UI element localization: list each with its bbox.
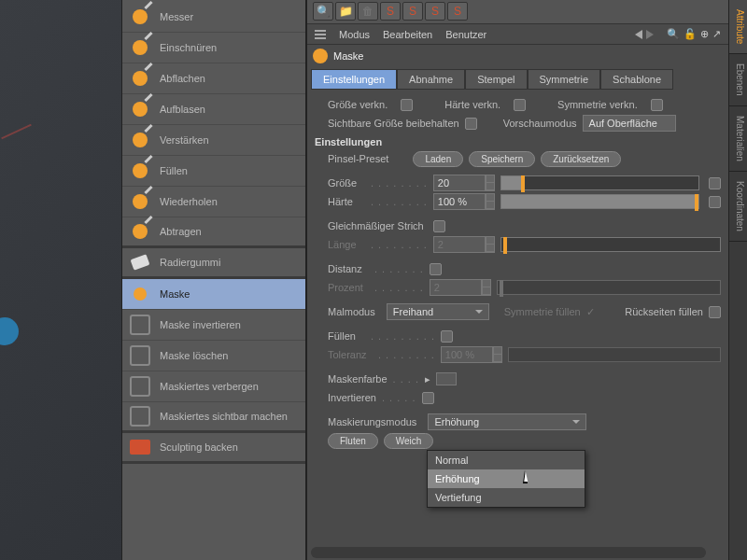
btn-speichern[interactable]: Speichern	[469, 151, 535, 167]
input-haerte[interactable]	[433, 193, 486, 210]
target-icon[interactable]: ⊕	[700, 28, 709, 40]
tool-maske[interactable]: Maske	[122, 279, 305, 310]
label-maskenfarbe: Maskenfarbe	[328, 373, 388, 385]
mask-hide-icon	[130, 376, 150, 397]
toolbar-btn-s2[interactable]: S	[402, 2, 423, 21]
chk-haerte-end[interactable]	[709, 196, 721, 208]
chk-groesse-end[interactable]	[709, 177, 721, 189]
chk-invertieren[interactable]	[422, 392, 434, 404]
tab-einstellungen[interactable]: Einstellungen	[311, 69, 397, 90]
toolbar-btn-s3[interactable]: S	[425, 2, 445, 21]
slider-toleranz	[508, 347, 721, 362]
dropdown-item-normal[interactable]: Normal	[428, 451, 585, 469]
slider-groesse[interactable]	[500, 175, 699, 190]
tool-fuellen[interactable]: Füllen	[122, 156, 305, 187]
select-malmodus[interactable]: Freihand	[387, 303, 489, 320]
tool-label: Maske löschen	[160, 350, 228, 361]
nav-modus[interactable]: Modus	[339, 29, 370, 40]
dropdown-maskmode: Normal Erhöhung Vertiefung	[427, 450, 585, 508]
tool-label: Maske invertieren	[160, 319, 241, 330]
select-preview-mode[interactable]: Auf Oberfläche	[583, 115, 676, 132]
tool-maske-invertieren[interactable]: Maske invertieren	[122, 310, 305, 341]
label-invertieren: Invertieren	[328, 392, 376, 403]
chk-symmetry-link[interactable]	[651, 99, 663, 111]
toolbar-btn-s1[interactable]: S	[380, 2, 401, 21]
tool-sculpting-backen[interactable]: Sculpting backen	[122, 433, 305, 464]
toolbar-btn-s4[interactable]: S	[447, 2, 468, 21]
side-tab-koordinaten[interactable]: Koordinaten	[729, 172, 747, 242]
chk-distanz[interactable]	[430, 263, 442, 275]
toolbar-btn-folder[interactable]: 📁	[335, 2, 356, 21]
attribute-toolbar: 🔍 📁 🗑 S S S S	[307, 0, 728, 24]
spinner-haerte[interactable]	[486, 193, 495, 210]
brush-icon	[133, 133, 148, 147]
tool-einschnueren[interactable]: Einschnüren	[122, 33, 305, 63]
tab-symmetrie[interactable]: Symmetrie	[528, 69, 601, 90]
side-tab-materialien[interactable]: Materialien	[729, 106, 747, 172]
btn-laden[interactable]: Laden	[413, 151, 463, 167]
scrollbar-horizontal[interactable]	[311, 547, 706, 558]
tab-schablone[interactable]: Schablone	[600, 69, 673, 90]
slider-laenge[interactable]	[500, 237, 721, 252]
side-tab-ebenen[interactable]: Ebenen	[729, 54, 747, 105]
chk-fuellen[interactable]	[441, 330, 453, 343]
tool-label: Füllen	[160, 165, 188, 176]
tool-wiederholen[interactable]: Wiederholen	[122, 187, 305, 217]
history-fwd-icon[interactable]	[646, 30, 654, 39]
search-icon[interactable]: 🔍	[667, 28, 680, 40]
chk-visible-size[interactable]	[465, 118, 477, 130]
chk-size-link[interactable]	[401, 99, 413, 111]
spinner-laenge[interactable]	[486, 236, 495, 253]
tool-messer[interactable]: Messer	[122, 2, 305, 33]
tab-abnahme[interactable]: Abnahme	[397, 69, 465, 90]
tool-verstaerken[interactable]: Verstärken	[122, 125, 305, 156]
color-maskenfarbe[interactable]	[436, 372, 457, 385]
toolbar-btn-trash[interactable]: 🗑	[358, 2, 378, 21]
chk-steady[interactable]	[433, 220, 445, 232]
btn-zuruecksetzen[interactable]: Zurücksetzen	[541, 151, 621, 167]
toolbar-btn-add[interactable]: 🔍	[313, 2, 333, 21]
dropdown-item-vertiefung[interactable]: Vertiefung	[428, 488, 585, 507]
spinner-groesse[interactable]	[486, 175, 495, 191]
chk-hardness-link[interactable]	[514, 99, 526, 111]
settings-panel: Größe verkn. Härte verkn. Symmetrie verk…	[307, 91, 728, 454]
tool-maskiertes-verbergen[interactable]: Maskiertes verbergen	[122, 371, 305, 402]
tool-aufblasen[interactable]: Aufblasen	[122, 94, 305, 125]
dropdown-item-erhoehung[interactable]: Erhöhung	[428, 469, 585, 488]
label-hardness-link: Härte verkn.	[444, 99, 500, 110]
side-tab-attribute[interactable]: Attribute	[729, 0, 747, 54]
tool-maskiertes-sichtbar[interactable]: Maskiertes sichtbar machen	[122, 402, 305, 433]
tab-stempel[interactable]: Stempel	[465, 69, 527, 90]
tool-maske-loeschen[interactable]: Maske löschen	[122, 341, 305, 371]
lock-icon[interactable]: 🔓	[684, 28, 697, 40]
brush-icon	[133, 40, 148, 55]
nav-bearbeiten[interactable]: Bearbeiten	[383, 29, 432, 40]
new-window-icon[interactable]: ↗	[712, 28, 721, 40]
history-back-icon[interactable]	[635, 30, 642, 39]
tool-abtragen[interactable]: Abtragen	[122, 217, 305, 248]
nav-benutzer[interactable]: Benutzer	[445, 29, 486, 40]
label-preset: Pinsel-Preset	[328, 153, 388, 164]
eraser-icon	[130, 254, 149, 270]
input-groesse[interactable]	[433, 175, 486, 191]
label-distanz: Distanz	[328, 263, 369, 274]
select-maskmode[interactable]: Erhöhung	[428, 413, 586, 430]
attribute-tabs: Einstellungen Abnahme Stempel Symmetrie …	[307, 67, 728, 91]
arrow-right-icon[interactable]: ▸	[425, 373, 430, 385]
tool-label: Messer	[160, 11, 193, 22]
sculpt-tool-palette: Messer Einschnüren Abflachen Aufblasen V…	[121, 0, 306, 560]
btn-weich[interactable]: Weich	[384, 433, 434, 449]
slider-haerte[interactable]	[500, 194, 699, 209]
tool-label: Wiederholen	[160, 196, 218, 207]
mask-icon	[134, 287, 147, 301]
btn-fluten[interactable]: Fluten	[328, 433, 378, 449]
viewport-3d[interactable]	[0, 0, 121, 560]
spinner-toleranz	[493, 346, 502, 363]
chk-back-fill[interactable]	[709, 306, 721, 318]
menu-icon[interactable]	[315, 30, 326, 39]
tool-abflachen[interactable]: Abflachen	[122, 63, 305, 94]
label-laenge: Länge	[328, 239, 365, 250]
brush-icon	[133, 194, 148, 209]
tool-radiergummi[interactable]: Radiergummi	[122, 248, 305, 279]
input-laenge[interactable]	[433, 236, 486, 253]
